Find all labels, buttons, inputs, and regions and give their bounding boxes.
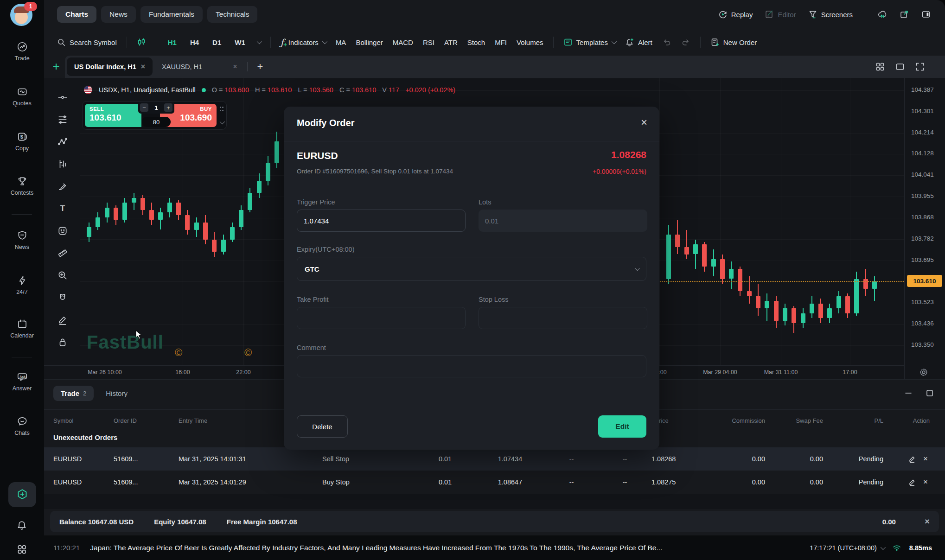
candlestick-icon [137,38,146,47]
comment-field[interactable] [297,355,646,377]
fx-icon: ƒ+ [281,37,284,47]
edit-order-icon[interactable] [908,455,916,463]
screeners-button[interactable]: Screeners [808,10,853,19]
maximize-panel-button[interactable] [926,389,934,397]
sidebar-item-news[interactable]: News [0,229,44,250]
trigger-price-field[interactable] [297,210,466,232]
fullscreen-button[interactable] [915,62,925,71]
modal-close-icon[interactable]: × [641,116,647,129]
chart-type-button[interactable] [137,38,146,47]
new-tab-button[interactable]: + [250,61,269,73]
price-tick: 103.350 [911,341,934,348]
tab-trade[interactable]: Trade 2 [53,386,94,401]
server-clock[interactable]: 17:17:21 (UTC+08:00) [810,544,884,552]
table-row[interactable]: EURUSD51609...Mar 31, 2025 14:01:31Sell … [44,447,945,471]
qty-plus-button[interactable]: + [164,103,172,112]
cancel-order-icon[interactable]: × [923,477,928,487]
axis-settings-gear-icon[interactable] [919,367,929,377]
templates-button[interactable]: Templates [563,38,615,47]
symbol-search[interactable]: Search Symbol [57,38,117,47]
candle-body [275,141,279,164]
indicator-ma[interactable]: MA [336,38,346,46]
vip-hexagon-button[interactable] [8,482,36,507]
indicator-stoch[interactable]: Stoch [467,38,485,46]
sidebar-item-quotes[interactable]: Quotes [0,86,44,107]
minimize-panel-button[interactable] [904,389,913,397]
take-profit-field[interactable] [297,307,466,329]
timeframe-h1[interactable]: H1 [166,38,179,46]
news-headline[interactable]: Japan: The Average Price Of Beer Is Grea… [90,544,662,552]
chart-tab-xauusd[interactable]: XAUUSD, H1 × [154,57,244,76]
layout-grid-button[interactable] [875,62,885,71]
expiry-select[interactable]: GTC [297,257,646,281]
lots-field[interactable] [479,210,647,232]
chart-tab-usdx[interactable]: US Dollar Index, H1 × [67,57,153,76]
indicator-atr[interactable]: ATR [444,38,458,46]
timeframe-d1[interactable]: D1 [211,38,223,46]
sidebar-item-answer[interactable]: Ask Answer [0,371,44,392]
sidebar-item-trade[interactable]: Trade [0,41,44,62]
close-summary-icon[interactable]: × [925,516,930,527]
sidebar-item-contests[interactable]: Contests [0,175,44,196]
templates-icon [563,38,573,47]
timeframe-dropdown-chevron-icon[interactable] [257,39,262,44]
edit-order-icon[interactable] [908,478,916,486]
single-panel-button[interactable] [895,62,905,71]
divider [865,9,865,20]
indicator-bollinger[interactable]: Bollinger [356,38,383,46]
toggle-right-panel-button[interactable] [921,10,931,19]
candle-wick [874,276,875,301]
alert-button[interactable]: Alert [625,38,652,47]
indicators-button[interactable]: ƒ+ Indicators [281,37,326,47]
sidebar-item-chats[interactable]: Chats [0,415,44,436]
candle-body [684,247,689,255]
divider [553,37,554,48]
timeframe-w1[interactable]: W1 [233,38,247,46]
qty-minus-button[interactable]: − [140,103,148,112]
nav-tab-fundamentals[interactable]: Fundamentals [140,6,203,23]
new-order-button[interactable]: New Order [710,38,757,47]
editor-button[interactable]: Editor [765,10,796,19]
table-cell: -- [545,478,598,486]
widget-collapse-chevron-icon[interactable] [220,119,225,124]
indicator-macd[interactable]: MACD [393,38,413,46]
nav-tab-technicals[interactable]: Technicals [207,6,257,23]
add-chart-button[interactable]: + [50,60,63,73]
indicator-mfi[interactable]: MFI [495,38,507,46]
nav-tab-news[interactable]: News [101,6,136,23]
cloud-sync-button[interactable] [877,9,888,19]
avatar[interactable]: 1 [10,4,34,28]
column-header: Swap Fee [765,417,823,424]
price-axis[interactable]: 104.387104.301104.214104.128104.041103.9… [904,78,945,379]
close-tab-icon[interactable]: × [141,63,145,71]
redo-button[interactable] [681,38,690,47]
tab-history[interactable]: History [106,389,128,397]
drag-handle-icon[interactable] [219,106,224,112]
apps-grid-button[interactable] [16,543,28,555]
indicator-rsi[interactable]: RSI [423,38,434,46]
cancel-order-icon[interactable]: × [923,454,928,464]
replay-button[interactable]: Replay [718,10,753,19]
edit-button[interactable]: Edit [598,415,646,438]
sidebar-item-calendar[interactable]: Calendar [0,318,44,339]
total-pl-value: 0.00 [882,518,896,526]
close-tab-icon[interactable]: × [233,63,237,71]
stop-loss-field[interactable] [479,307,647,329]
indicator-volumes[interactable]: Volumes [517,38,543,46]
column-header: Commission [730,417,765,424]
open-external-button[interactable] [900,10,909,19]
sidebar-item-copy[interactable]: $ Copy [0,131,44,152]
candle-body [774,301,779,320]
sidebar-item-247[interactable]: 24/7 [0,274,44,295]
delete-button[interactable]: Delete [297,415,348,438]
nav-tab-charts[interactable]: Charts [57,6,96,23]
table-cell: 51609... [114,478,179,486]
timeframe-h4[interactable]: H4 [188,38,201,46]
select-chevron-icon [635,266,640,271]
undo-button[interactable] [662,38,671,47]
redo-icon [681,38,690,47]
time-tick: 16:00 [155,369,211,375]
table-row[interactable]: EURUSD51609...Mar 31, 2025 14:01:29Buy S… [44,471,945,494]
notifications-bell-button[interactable] [15,519,28,532]
sell-button[interactable]: SELL 103.610 [85,104,141,127]
